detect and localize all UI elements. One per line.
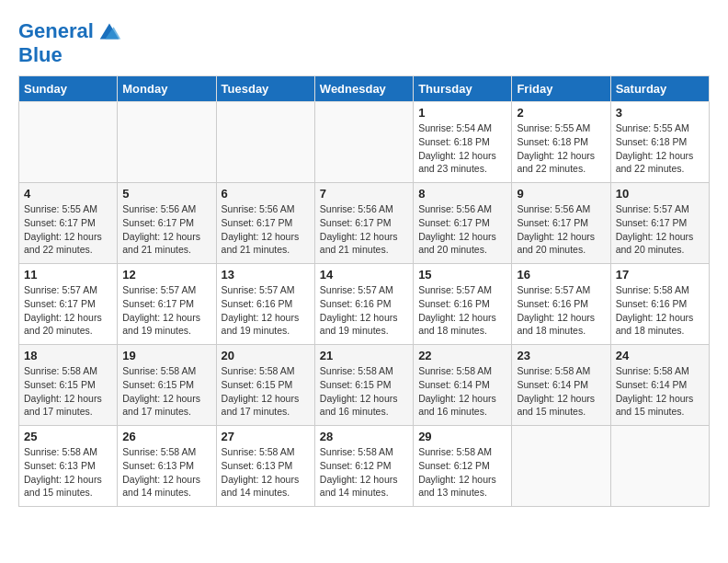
day-number: 24 bbox=[616, 349, 704, 362]
logo-text-blue: Blue bbox=[18, 44, 122, 66]
day-number: 4 bbox=[24, 187, 112, 201]
day-info: Sunrise: 5:58 AMSunset: 6:13 PMDaylight:… bbox=[24, 445, 112, 500]
day-number: 25 bbox=[24, 430, 112, 443]
col-header-thursday: Thursday bbox=[414, 76, 512, 102]
day-info: Sunrise: 5:57 AMSunset: 6:17 PMDaylight:… bbox=[616, 202, 704, 257]
day-info: Sunrise: 5:58 AMSunset: 6:14 PMDaylight:… bbox=[517, 364, 605, 419]
day-number: 1 bbox=[418, 106, 506, 120]
calendar-cell: 10Sunrise: 5:57 AMSunset: 6:17 PMDayligh… bbox=[610, 183, 709, 264]
day-number: 10 bbox=[616, 187, 704, 201]
days-header-row: SundayMondayTuesdayWednesdayThursdayFrid… bbox=[19, 76, 710, 102]
calendar-cell: 15Sunrise: 5:57 AMSunset: 6:16 PMDayligh… bbox=[414, 264, 512, 345]
day-number: 22 bbox=[418, 349, 506, 362]
calendar-cell bbox=[216, 102, 314, 183]
calendar-cell bbox=[512, 426, 610, 507]
day-info: Sunrise: 5:57 AMSunset: 6:16 PMDaylight:… bbox=[418, 283, 506, 338]
week-row-3: 11Sunrise: 5:57 AMSunset: 6:17 PMDayligh… bbox=[19, 264, 710, 345]
calendar-cell bbox=[118, 102, 216, 183]
day-number: 28 bbox=[320, 430, 408, 443]
day-info: Sunrise: 5:56 AMSunset: 6:17 PMDaylight:… bbox=[320, 202, 408, 257]
day-number: 12 bbox=[122, 268, 210, 282]
calendar-cell: 6Sunrise: 5:56 AMSunset: 6:17 PMDaylight… bbox=[216, 183, 314, 264]
day-info: Sunrise: 5:55 AMSunset: 6:17 PMDaylight:… bbox=[24, 202, 112, 257]
day-number: 21 bbox=[320, 349, 408, 362]
day-info: Sunrise: 5:58 AMSunset: 6:12 PMDaylight:… bbox=[320, 445, 408, 500]
day-number: 23 bbox=[517, 349, 605, 362]
calendar-cell: 5Sunrise: 5:56 AMSunset: 6:17 PMDaylight… bbox=[118, 183, 216, 264]
calendar-cell: 16Sunrise: 5:57 AMSunset: 6:16 PMDayligh… bbox=[512, 264, 610, 345]
page-header: General Blue bbox=[18, 18, 710, 66]
day-number: 2 bbox=[517, 106, 605, 120]
day-number: 13 bbox=[222, 268, 310, 282]
day-number: 5 bbox=[122, 187, 210, 201]
week-row-1: 1Sunrise: 5:54 AMSunset: 6:18 PMDaylight… bbox=[19, 102, 710, 183]
calendar-cell: 13Sunrise: 5:57 AMSunset: 6:16 PMDayligh… bbox=[216, 264, 314, 345]
day-number: 19 bbox=[122, 349, 210, 362]
col-header-saturday: Saturday bbox=[610, 76, 709, 102]
calendar-cell: 23Sunrise: 5:58 AMSunset: 6:14 PMDayligh… bbox=[512, 345, 610, 426]
day-number: 29 bbox=[418, 430, 506, 443]
calendar-cell: 4Sunrise: 5:55 AMSunset: 6:17 PMDaylight… bbox=[19, 183, 118, 264]
day-info: Sunrise: 5:57 AMSunset: 6:17 PMDaylight:… bbox=[24, 283, 112, 338]
day-number: 16 bbox=[517, 268, 605, 282]
calendar-cell: 11Sunrise: 5:57 AMSunset: 6:17 PMDayligh… bbox=[19, 264, 118, 345]
calendar-cell: 18Sunrise: 5:58 AMSunset: 6:15 PMDayligh… bbox=[19, 345, 118, 426]
day-info: Sunrise: 5:56 AMSunset: 6:17 PMDaylight:… bbox=[517, 202, 605, 257]
calendar-cell: 22Sunrise: 5:58 AMSunset: 6:14 PMDayligh… bbox=[414, 345, 512, 426]
day-info: Sunrise: 5:58 AMSunset: 6:15 PMDaylight:… bbox=[222, 364, 310, 419]
calendar-cell: 29Sunrise: 5:58 AMSunset: 6:12 PMDayligh… bbox=[414, 426, 512, 507]
col-header-monday: Monday bbox=[118, 76, 216, 102]
col-header-wednesday: Wednesday bbox=[314, 76, 413, 102]
day-number: 6 bbox=[222, 187, 310, 201]
day-number: 15 bbox=[418, 268, 506, 282]
day-info: Sunrise: 5:58 AMSunset: 6:13 PMDaylight:… bbox=[222, 445, 310, 500]
day-info: Sunrise: 5:56 AMSunset: 6:17 PMDaylight:… bbox=[122, 202, 210, 257]
calendar-cell: 24Sunrise: 5:58 AMSunset: 6:14 PMDayligh… bbox=[610, 345, 709, 426]
calendar-cell: 27Sunrise: 5:58 AMSunset: 6:13 PMDayligh… bbox=[216, 426, 314, 507]
day-info: Sunrise: 5:57 AMSunset: 6:16 PMDaylight:… bbox=[517, 283, 605, 338]
calendar-cell bbox=[314, 102, 413, 183]
day-number: 11 bbox=[24, 268, 112, 282]
day-info: Sunrise: 5:54 AMSunset: 6:18 PMDaylight:… bbox=[418, 121, 506, 176]
calendar-cell: 7Sunrise: 5:56 AMSunset: 6:17 PMDaylight… bbox=[314, 183, 413, 264]
col-header-sunday: Sunday bbox=[19, 76, 118, 102]
day-info: Sunrise: 5:58 AMSunset: 6:14 PMDaylight:… bbox=[418, 364, 506, 419]
calendar-cell: 8Sunrise: 5:56 AMSunset: 6:17 PMDaylight… bbox=[414, 183, 512, 264]
calendar-cell: 17Sunrise: 5:58 AMSunset: 6:16 PMDayligh… bbox=[610, 264, 709, 345]
week-row-4: 18Sunrise: 5:58 AMSunset: 6:15 PMDayligh… bbox=[19, 345, 710, 426]
day-number: 8 bbox=[418, 187, 506, 201]
logo: General Blue bbox=[18, 18, 122, 66]
day-info: Sunrise: 5:55 AMSunset: 6:18 PMDaylight:… bbox=[517, 121, 605, 176]
day-number: 7 bbox=[320, 187, 408, 201]
calendar-cell: 28Sunrise: 5:58 AMSunset: 6:12 PMDayligh… bbox=[314, 426, 413, 507]
logo-text: General bbox=[18, 20, 94, 42]
calendar-cell: 1Sunrise: 5:54 AMSunset: 6:18 PMDaylight… bbox=[414, 102, 512, 183]
day-number: 3 bbox=[616, 106, 704, 120]
calendar-cell: 14Sunrise: 5:57 AMSunset: 6:16 PMDayligh… bbox=[314, 264, 413, 345]
calendar-cell: 19Sunrise: 5:58 AMSunset: 6:15 PMDayligh… bbox=[118, 345, 216, 426]
day-number: 27 bbox=[222, 430, 310, 443]
day-info: Sunrise: 5:57 AMSunset: 6:17 PMDaylight:… bbox=[122, 283, 210, 338]
day-number: 9 bbox=[517, 187, 605, 201]
day-info: Sunrise: 5:58 AMSunset: 6:15 PMDaylight:… bbox=[24, 364, 112, 419]
calendar-cell bbox=[19, 102, 118, 183]
calendar-cell: 2Sunrise: 5:55 AMSunset: 6:18 PMDaylight… bbox=[512, 102, 610, 183]
calendar-cell: 12Sunrise: 5:57 AMSunset: 6:17 PMDayligh… bbox=[118, 264, 216, 345]
day-info: Sunrise: 5:56 AMSunset: 6:17 PMDaylight:… bbox=[418, 202, 506, 257]
day-info: Sunrise: 5:58 AMSunset: 6:16 PMDaylight:… bbox=[616, 283, 704, 338]
day-number: 14 bbox=[320, 268, 408, 282]
calendar-cell: 21Sunrise: 5:58 AMSunset: 6:15 PMDayligh… bbox=[314, 345, 413, 426]
calendar-cell: 25Sunrise: 5:58 AMSunset: 6:13 PMDayligh… bbox=[19, 426, 118, 507]
week-row-2: 4Sunrise: 5:55 AMSunset: 6:17 PMDaylight… bbox=[19, 183, 710, 264]
day-number: 20 bbox=[222, 349, 310, 362]
day-info: Sunrise: 5:57 AMSunset: 6:16 PMDaylight:… bbox=[320, 283, 408, 338]
calendar-cell: 3Sunrise: 5:55 AMSunset: 6:18 PMDaylight… bbox=[610, 102, 709, 183]
day-info: Sunrise: 5:58 AMSunset: 6:15 PMDaylight:… bbox=[320, 364, 408, 419]
day-info: Sunrise: 5:58 AMSunset: 6:15 PMDaylight:… bbox=[122, 364, 210, 419]
day-number: 17 bbox=[616, 268, 704, 282]
day-info: Sunrise: 5:58 AMSunset: 6:12 PMDaylight:… bbox=[418, 445, 506, 500]
day-info: Sunrise: 5:58 AMSunset: 6:14 PMDaylight:… bbox=[616, 364, 704, 419]
logo-icon bbox=[97, 18, 122, 44]
calendar-table: SundayMondayTuesdayWednesdayThursdayFrid… bbox=[18, 75, 710, 507]
calendar-cell: 9Sunrise: 5:56 AMSunset: 6:17 PMDaylight… bbox=[512, 183, 610, 264]
